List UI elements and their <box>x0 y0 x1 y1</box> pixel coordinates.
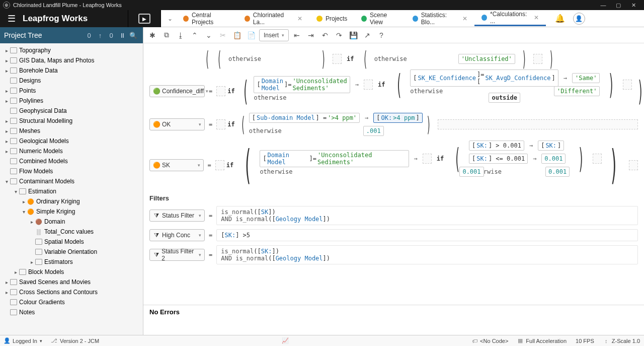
up-arrow-icon[interactable]: ↑ <box>95 32 106 39</box>
paste-icon[interactable]: 📄 <box>245 29 257 41</box>
expand-icon[interactable]: ▸ <box>3 48 10 53</box>
tree-item-meshes[interactable]: ▸Meshes <box>0 126 143 136</box>
cond-token[interactable]: [Domain Model]= 'Unconsolidated Sediment… <box>254 76 350 93</box>
minimize-button[interactable]: — <box>596 2 611 8</box>
filter-expression[interactable]: [SK:] >5 <box>216 229 638 241</box>
expand-icon[interactable]: ▾ <box>12 189 19 194</box>
tab--calculations-[interactable]: *Calculations: ...✕ <box>474 11 546 26</box>
expand-icon[interactable]: ▸ <box>20 199 27 204</box>
expand-icon[interactable]: ▾ <box>20 209 27 215</box>
zscale-label[interactable]: ↕Z-Scale 1.0 <box>603 338 640 344</box>
expand-icon[interactable]: ▸ <box>3 139 10 144</box>
cond-token[interactable]: [SK:] <= 0.001 <box>469 154 528 164</box>
export-icon[interactable]: ↗ <box>361 29 373 41</box>
cond-token[interactable]: [Sub-domain Model] = '>4 ppm' <box>249 113 360 123</box>
expand-icon[interactable]: ▸ <box>3 290 10 295</box>
tree-item-ordinary-kriging[interactable]: ▸🟠Ordinary Kriging <box>0 196 143 206</box>
tree-item-estimation[interactable]: ▾Estimation <box>0 186 143 196</box>
tab-central-projects[interactable]: Central Projects <box>176 11 237 26</box>
expand-icon[interactable]: ▸ <box>3 88 10 94</box>
collapse-up-icon[interactable]: ⌃ <box>189 29 201 41</box>
cut-icon[interactable]: ✂ <box>217 29 229 41</box>
menu-button[interactable]: ☰ <box>0 10 23 27</box>
tree-item-total-conc-values[interactable]: ░Total_Conc values <box>0 227 143 237</box>
notifications-icon[interactable]: 🔔 <box>555 14 565 23</box>
filter-expression[interactable]: is_normal([SK]) AND is_normal([Geology M… <box>216 206 638 225</box>
tree-item-borehole-data[interactable]: ▸Borehole Data <box>0 65 143 76</box>
slot[interactable] <box>216 86 225 96</box>
tree-item-contaminant-models[interactable]: ▾Contaminant Models <box>0 176 143 186</box>
slot[interactable] <box>623 80 632 90</box>
expand-down-icon[interactable]: ⌄ <box>203 29 215 41</box>
download-icon[interactable]: ⭳ <box>175 29 187 41</box>
tree-item-domain[interactable]: ▸🟤Domain <box>0 217 143 227</box>
tree-item-spatial-models[interactable]: Spatial Models <box>0 237 143 247</box>
expand-icon[interactable]: ▸ <box>3 280 10 285</box>
tree-item-simple-kriging[interactable]: ▾🟠Simple Kriging <box>0 206 143 217</box>
help-icon[interactable]: ? <box>375 29 387 41</box>
slot[interactable] <box>364 80 373 90</box>
var-ok[interactable]: 🟠 OK ▾ <box>149 118 205 130</box>
result-token[interactable]: [SK:] <box>538 141 564 151</box>
slot[interactable] <box>629 160 638 170</box>
play-button[interactable]: ▶ <box>128 10 161 27</box>
tree-item-cross-sections-and-contours[interactable]: ▸Cross Sections and Contours <box>0 287 143 297</box>
tree-item-geological-models[interactable]: ▸Geological Models <box>0 136 143 146</box>
tab-close-icon[interactable]: ✕ <box>462 15 467 22</box>
expand-icon[interactable]: ▾ <box>3 179 10 184</box>
tab-chlorinated-la-[interactable]: Chlorinated La...✕ <box>237 11 309 26</box>
cond-token[interactable]: [Domain Model]= 'Unconsolidated Sediment… <box>260 150 409 167</box>
tab-projects[interactable]: Projects <box>309 11 354 26</box>
copy-icon[interactable]: ⧉ <box>160 29 173 41</box>
tree-item-numeric-models[interactable]: ▸Numeric Models <box>0 146 143 156</box>
redo-icon[interactable]: ↷ <box>333 29 345 41</box>
filter-name[interactable]: ⧩High Conc▾ <box>149 229 205 241</box>
filter-name[interactable]: ⧩Status Filter 2▾ <box>149 249 205 261</box>
tree-item-colour-gradients[interactable]: Colour Gradients <box>0 297 143 307</box>
slot[interactable] <box>333 54 342 64</box>
undo-icon[interactable]: ↶ <box>319 29 331 41</box>
expand-icon[interactable]: ▸ <box>28 219 35 225</box>
filter-name[interactable]: ⧩Status Filter▾ <box>149 210 205 222</box>
graph-icon[interactable]: 📈 <box>282 338 288 344</box>
tree-item-structural-modelling[interactable]: ▸Structural Modelling <box>0 116 143 126</box>
expand-icon[interactable]: ▸ <box>3 58 10 63</box>
tree-item-block-models[interactable]: ▸Block Models <box>0 267 143 277</box>
expand-icon[interactable]: ▸ <box>3 68 10 74</box>
tree-item-points[interactable]: ▸Points <box>0 86 143 96</box>
expand-icon[interactable]: ▸ <box>28 259 35 265</box>
expand-icon[interactable]: ▸ <box>12 269 19 275</box>
slot[interactable] <box>593 154 602 164</box>
cond-token[interactable]: [SK_KE_Confidence]= [SK_AvgD_Confidence] <box>410 70 558 87</box>
pause-icon[interactable]: ⏸ <box>117 32 128 39</box>
tab-dropdown[interactable]: ⌄ <box>164 15 176 22</box>
insert-button[interactable]: Insert ▾ <box>259 29 289 41</box>
tab-close-icon[interactable]: ✕ <box>534 14 539 21</box>
tree-item-notes[interactable]: Notes <box>0 307 143 317</box>
tab-scene-view[interactable]: Scene View <box>354 11 406 26</box>
tab-close-icon[interactable]: ✕ <box>297 15 302 22</box>
search-icon[interactable]: 🔍 <box>128 32 139 39</box>
expand-icon[interactable]: ▸ <box>3 98 10 104</box>
close-button[interactable]: ✕ <box>626 2 641 9</box>
tree-item-combined-models[interactable]: Combined Models <box>0 156 143 166</box>
tree-item-estimators[interactable]: ▸Estimators <box>0 257 143 267</box>
maximize-button[interactable]: ▢ <box>611 2 626 9</box>
slot[interactable] <box>423 154 432 164</box>
save-icon[interactable]: 💾 <box>347 29 359 41</box>
expand-icon[interactable]: ▸ <box>3 128 10 134</box>
calc-area[interactable]: ( ( otherwise ) if ( otherwise 'Unclassi… <box>143 43 644 305</box>
expand-icon[interactable]: ▸ <box>3 149 10 154</box>
tree-item-geophysical-data[interactable]: Geophysical Data <box>0 106 143 116</box>
new-icon[interactable]: ✱ <box>146 29 158 41</box>
tree-item-flow-models[interactable]: Flow Models <box>0 166 143 176</box>
tree-item-designs[interactable]: Designs <box>0 76 143 86</box>
login-status[interactable]: 👤Logged In▾ <box>4 338 42 344</box>
result-token[interactable]: [OK: >4 ppm] <box>373 113 423 123</box>
tree-item-saved-scenes-and-movies[interactable]: ▸Saved Scenes and Movies <box>0 277 143 287</box>
tree-item-polylines[interactable]: ▸Polylines <box>0 96 143 106</box>
slot[interactable] <box>216 119 225 129</box>
user-avatar-icon[interactable]: 👤 <box>573 13 585 25</box>
var-confidence-diff[interactable]: 🟢 Confidence_diff ▾ <box>149 85 205 97</box>
code-label[interactable]: 🏷<No Code> <box>471 338 508 344</box>
